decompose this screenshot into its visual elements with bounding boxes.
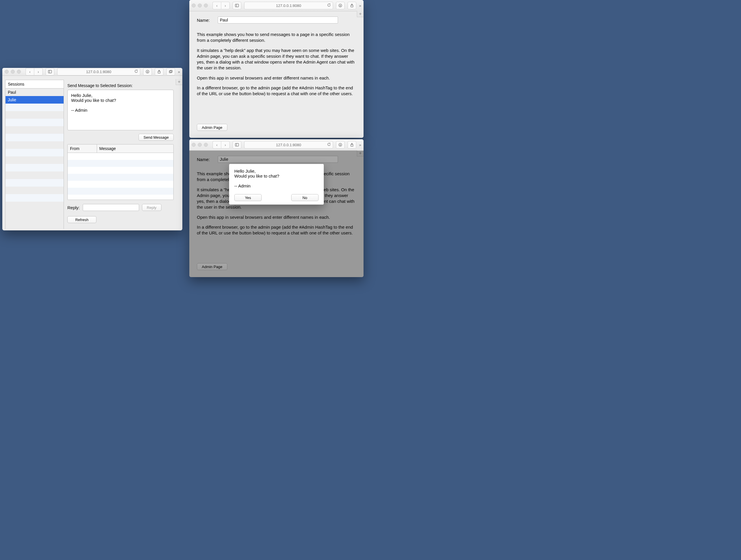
session-row[interactable] bbox=[5, 186, 64, 194]
overflow-icon[interactable]: » bbox=[178, 70, 180, 74]
close-icon[interactable] bbox=[192, 3, 196, 8]
zoom-icon[interactable] bbox=[204, 143, 208, 147]
zoom-icon[interactable] bbox=[17, 70, 21, 74]
close-icon[interactable] bbox=[5, 70, 9, 74]
reload-icon[interactable] bbox=[327, 3, 331, 8]
session-row[interactable] bbox=[5, 119, 64, 126]
back-button[interactable]: ‹ bbox=[212, 2, 221, 9]
user-window-paul: ‹ › 127.0.0.1:8080 » + Name: This exampl… bbox=[189, 0, 363, 138]
reply-input[interactable] bbox=[83, 204, 139, 211]
dialog-no-button[interactable]: No bbox=[291, 194, 319, 201]
sidebar-toggle-icon[interactable] bbox=[232, 2, 241, 9]
refresh-button[interactable]: Refresh bbox=[67, 216, 96, 223]
admin-window: ‹ › 127.0.0.1:8080 » + Sessions Paul bbox=[2, 68, 182, 230]
user-window-julie: ‹ › 127.0.0.1:8080 » + Name: This exampl… bbox=[189, 139, 363, 277]
forward-button[interactable]: › bbox=[221, 2, 230, 9]
traffic-lights bbox=[5, 70, 21, 74]
address-bar[interactable]: 127.0.0.1:8080 bbox=[244, 2, 333, 9]
description-para: This example shows you how to send messa… bbox=[197, 31, 356, 44]
name-label: Name: bbox=[197, 18, 210, 23]
session-row[interactable] bbox=[5, 171, 64, 179]
grid-header-message: Message bbox=[97, 145, 173, 153]
share-icon[interactable] bbox=[155, 68, 163, 75]
svg-rect-0 bbox=[48, 70, 51, 73]
traffic-lights bbox=[192, 3, 208, 8]
back-button[interactable]: ‹ bbox=[212, 141, 221, 149]
session-row[interactable] bbox=[5, 156, 64, 164]
url-text: 127.0.0.1:8080 bbox=[276, 143, 301, 147]
admin-page-button[interactable]: Admin Page bbox=[197, 124, 227, 131]
minimize-icon[interactable] bbox=[198, 143, 202, 147]
session-row[interactable]: Paul bbox=[5, 88, 64, 96]
send-message-button[interactable]: Send Message bbox=[138, 134, 174, 141]
share-icon[interactable] bbox=[348, 141, 356, 149]
session-row[interactable] bbox=[5, 149, 64, 156]
downloads-icon[interactable] bbox=[336, 141, 345, 149]
session-row[interactable] bbox=[5, 126, 64, 134]
description-para: It simulates a "help desk" app that you … bbox=[197, 48, 356, 71]
session-row[interactable] bbox=[5, 141, 64, 149]
name-input[interactable] bbox=[218, 16, 338, 23]
reply-label: Reply: bbox=[67, 205, 80, 210]
chat-request-dialog: Hello Julie, Would you like to chat? -- … bbox=[229, 164, 324, 205]
session-row[interactable] bbox=[5, 111, 64, 119]
browser-toolbar: ‹ › 127.0.0.1:8080 » bbox=[189, 0, 363, 11]
sidebar-toggle-icon[interactable] bbox=[232, 141, 241, 149]
address-bar[interactable]: 127.0.0.1:8080 bbox=[244, 141, 333, 149]
back-button[interactable]: ‹ bbox=[25, 68, 34, 75]
message-textarea[interactable] bbox=[67, 90, 174, 130]
sessions-list: Sessions Paul Julie bbox=[5, 80, 64, 229]
url-text: 127.0.0.1:8080 bbox=[86, 70, 112, 74]
sessions-header: Sessions bbox=[5, 80, 64, 88]
browser-toolbar: ‹ › 127.0.0.1:8080 » bbox=[189, 139, 363, 151]
dialog-message: Hello Julie, Would you like to chat? -- … bbox=[234, 169, 319, 188]
overflow-icon[interactable]: » bbox=[359, 4, 361, 8]
reload-icon[interactable] bbox=[134, 69, 138, 74]
grid-header-from: From bbox=[68, 145, 97, 153]
close-icon[interactable] bbox=[192, 143, 196, 147]
dialog-yes-button[interactable]: Yes bbox=[234, 194, 262, 201]
zoom-icon[interactable] bbox=[204, 3, 208, 8]
svg-rect-14 bbox=[235, 143, 239, 146]
session-row[interactable] bbox=[5, 103, 64, 111]
forward-button[interactable]: › bbox=[221, 141, 230, 149]
session-row[interactable] bbox=[5, 179, 64, 186]
overflow-icon[interactable]: » bbox=[359, 143, 361, 147]
description-para: Open this app in several browsers and en… bbox=[197, 75, 356, 81]
browser-toolbar: ‹ › 127.0.0.1:8080 » bbox=[2, 68, 182, 76]
session-row[interactable] bbox=[5, 164, 64, 171]
share-icon[interactable] bbox=[348, 2, 356, 9]
reload-icon[interactable] bbox=[327, 143, 331, 147]
traffic-lights bbox=[192, 143, 208, 147]
tabs-icon[interactable] bbox=[166, 68, 175, 75]
sidebar-toggle-icon[interactable] bbox=[46, 68, 54, 75]
session-row[interactable] bbox=[5, 194, 64, 202]
session-row[interactable]: Julie bbox=[5, 96, 64, 103]
svg-rect-8 bbox=[235, 4, 239, 7]
downloads-icon[interactable] bbox=[336, 2, 345, 9]
downloads-icon[interactable] bbox=[143, 68, 152, 75]
send-message-label: Send Message to Selected Session: bbox=[67, 83, 174, 88]
minimize-icon[interactable] bbox=[198, 3, 202, 8]
forward-button[interactable]: › bbox=[34, 68, 43, 75]
session-row[interactable] bbox=[5, 202, 64, 209]
url-text: 127.0.0.1:8080 bbox=[276, 3, 301, 8]
address-bar[interactable]: 127.0.0.1:8080 bbox=[57, 68, 140, 75]
description-para: In a different browser, go to the admin … bbox=[197, 85, 356, 97]
minimize-icon[interactable] bbox=[11, 70, 15, 74]
reply-button[interactable]: Reply bbox=[142, 204, 161, 211]
session-row[interactable] bbox=[5, 134, 64, 141]
chat-log-grid: From Message bbox=[67, 144, 174, 200]
